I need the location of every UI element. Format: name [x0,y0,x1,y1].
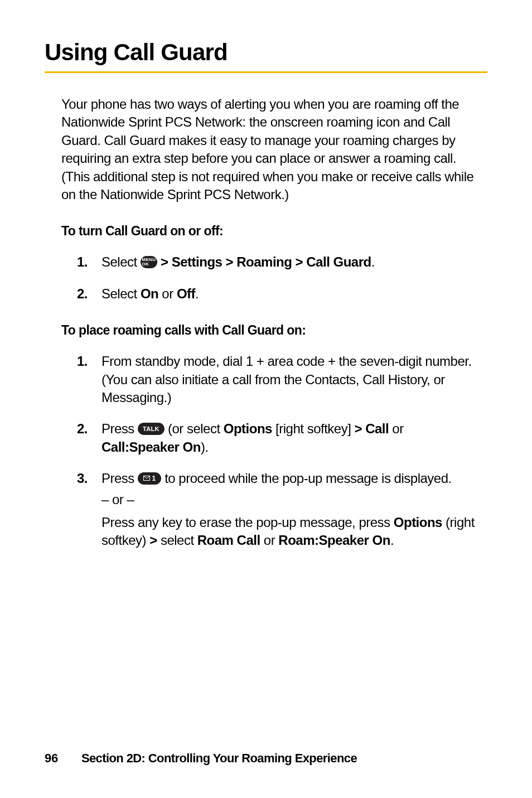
text: select [157,533,197,548]
digit-one: 1 [152,474,156,483]
page-number: 96 [45,751,58,766]
step-a2: 2. Select On or Off. [77,285,476,303]
step-body: Press TALK (or select Options [right sof… [101,420,476,456]
step-body: Select MENU OK > Settings > Roaming > Ca… [101,253,476,271]
envelope-icon [143,476,150,481]
text: or [260,533,279,548]
page-title: Using Call Guard [45,39,487,66]
text: (or select [168,421,224,436]
steps-place-roaming: 1. From standby mode, dial 1 + area code… [77,352,476,550]
options-label: Options [224,421,272,436]
title-underline [45,71,487,73]
text: [right softkey] [272,421,355,436]
text: ). [201,439,209,454]
page-footer: 96 Section 2D: Controlling Your Roaming … [45,751,487,766]
talk-key-icon: TALK [138,423,165,435]
step-number: 1. [77,352,101,370]
subhead-turn-on-off: To turn Call Guard on or off: [61,224,487,239]
text: Press [101,471,138,486]
step-b1: 1. From standby mode, dial 1 + area code… [77,352,476,407]
step-number: 2. [77,420,101,438]
text: or [158,286,177,301]
one-key-icon: 1 [138,472,161,485]
menu-ok-icon: MENU OK [141,256,157,268]
section-label: Section 2D: Controlling Your Roaming Exp… [81,751,357,766]
text: Select [101,286,141,301]
ok-label: OK [142,262,156,267]
text: to proceed while the pop-up message is d… [165,471,452,486]
step-b3: 3. Press 1 to proceed while the pop-up m… [77,470,476,550]
text: Press [101,421,138,436]
step-number: 1. [77,253,101,271]
option-on: On [141,286,158,301]
step-number: 3. [77,470,101,487]
intro-paragraph: Your phone has two ways of alerting you … [61,95,476,204]
text: . [390,533,394,548]
subhead-place-roaming: To place roaming calls with Call Guard o… [61,323,487,338]
step-body: Select On or Off. [101,285,476,303]
roam-speaker-on-label: Roam:Speaker On [278,533,390,548]
step-number: 2. [77,285,101,303]
option-off: Off [177,286,195,301]
step-b2: 2. Press TALK (or select Options [right … [77,420,476,456]
text: or [389,421,404,436]
call-speaker-on-label: Call:Speaker On [101,439,201,454]
options-label: Options [394,515,442,530]
text: Press any key to erase the pop-up messag… [101,515,394,530]
text: Select [101,254,141,269]
step-body: From standby mode, dial 1 + area code + … [101,352,476,407]
steps-turn-on-off: 1. Select MENU OK > Settings > Roaming >… [77,253,476,303]
menu-path: > Settings > Roaming > Call Guard [161,254,371,269]
roam-call-label: Roam Call [197,533,260,548]
text: . [371,254,375,269]
gt-symbol: > [149,533,157,548]
step-body: Press 1 to proceed while the pop-up mess… [101,470,476,550]
step-a1: 1. Select MENU OK > Settings > Roaming >… [77,253,476,271]
text: . [195,286,199,301]
call-label: > Call [355,421,389,436]
or-separator: – or – [101,491,476,509]
